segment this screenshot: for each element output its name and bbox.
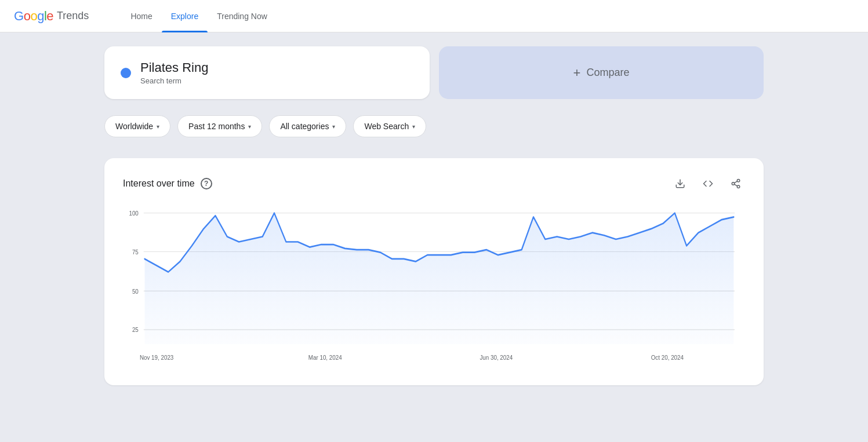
search-compare-row: Pilates Ring Search term + Compare <box>104 46 764 99</box>
filter-time[interactable]: Past 12 months ▾ <box>177 115 262 137</box>
logo-trends-text: Trends <box>57 10 89 22</box>
svg-line-5 <box>734 181 737 183</box>
chart-title-row: Interest over time ? <box>123 178 212 189</box>
filter-time-label: Past 12 months <box>188 122 245 131</box>
svg-marker-18 <box>145 213 734 344</box>
google-trends-logo: Google Trends <box>14 9 89 24</box>
nav-explore[interactable]: Explore <box>162 0 208 32</box>
search-dot <box>121 68 131 78</box>
chevron-down-icon: ▾ <box>248 123 251 130</box>
chart-header: Interest over time ? <box>123 174 745 193</box>
main-content: Pilates Ring Search term + Compare World… <box>0 32 868 399</box>
chart-actions <box>671 174 745 193</box>
filter-category[interactable]: All categories ▾ <box>269 115 346 137</box>
interest-over-time-card: Interest over time ? <box>104 158 764 385</box>
help-icon[interactable]: ? <box>201 178 212 189</box>
chart-svg: 100 75 50 25 Nov 19, 2023 Mar 10, 2024 J… <box>123 207 745 369</box>
filters-row: Worldwide ▾ Past 12 months ▾ All categor… <box>104 108 764 144</box>
share-button[interactable] <box>727 174 745 193</box>
filter-search-type-label: Web Search <box>364 122 409 131</box>
chevron-down-icon: ▾ <box>157 123 159 130</box>
filter-location[interactable]: Worldwide ▾ <box>104 115 170 137</box>
svg-text:75: 75 <box>132 248 139 255</box>
svg-text:25: 25 <box>132 326 139 334</box>
search-term-name: Pilates Ring <box>140 60 208 75</box>
filter-category-label: All categories <box>280 122 329 131</box>
nav-trending[interactable]: Trending Now <box>208 0 277 32</box>
svg-text:Jun 30, 2024: Jun 30, 2024 <box>480 353 513 361</box>
search-info: Pilates Ring Search term <box>140 60 208 85</box>
logo-google-text: Google <box>14 9 53 24</box>
compare-label: Compare <box>586 67 629 79</box>
chevron-down-icon: ▾ <box>412 123 415 130</box>
chart-title: Interest over time <box>123 178 195 189</box>
header: Google Trends Home Explore Trending Now <box>0 0 868 32</box>
chevron-down-icon: ▾ <box>332 123 335 130</box>
filter-location-label: Worldwide <box>115 122 153 131</box>
svg-line-4 <box>734 184 737 186</box>
svg-text:Mar 10, 2024: Mar 10, 2024 <box>308 353 342 361</box>
svg-text:Nov 19, 2023: Nov 19, 2023 <box>140 353 173 361</box>
main-nav: Home Explore Trending Now <box>121 0 276 32</box>
nav-home[interactable]: Home <box>121 0 161 32</box>
chart-container: 100 75 50 25 Nov 19, 2023 Mar 10, 2024 J… <box>123 207 745 369</box>
search-term-card: Pilates Ring Search term <box>104 46 430 99</box>
compare-card[interactable]: + Compare <box>439 46 764 99</box>
embed-button[interactable] <box>699 174 717 193</box>
search-term-label: Search term <box>140 76 208 85</box>
svg-text:100: 100 <box>129 209 138 217</box>
compare-plus-icon: + <box>573 65 581 81</box>
svg-text:Oct 20, 2024: Oct 20, 2024 <box>651 353 684 361</box>
svg-text:50: 50 <box>132 287 139 295</box>
filter-search-type[interactable]: Web Search ▾ <box>353 115 426 137</box>
download-button[interactable] <box>671 174 689 193</box>
